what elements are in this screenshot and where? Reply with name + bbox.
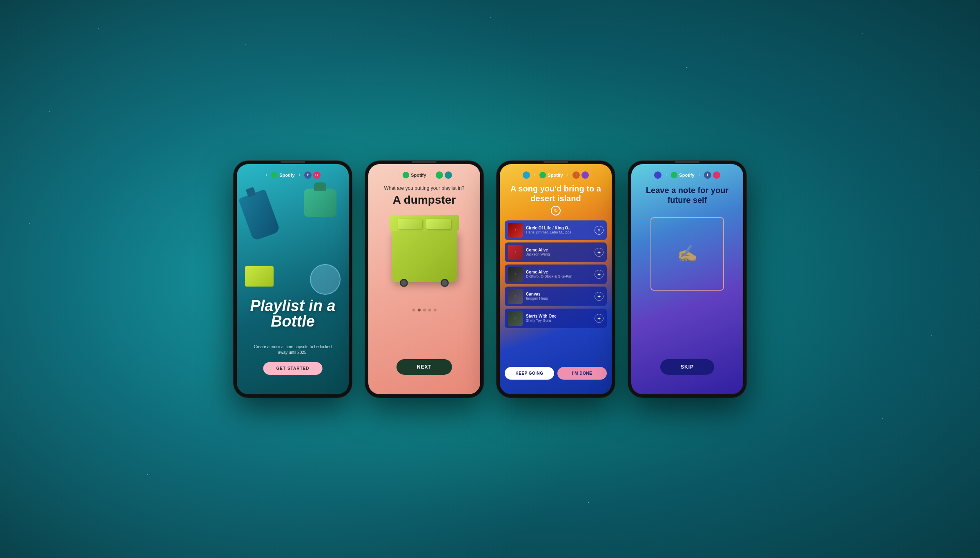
refresh-icon[interactable]: ↻: [551, 206, 561, 216]
song-add-5[interactable]: +: [595, 314, 604, 323]
spotify-icon-4: [671, 172, 677, 178]
song-thumb-3: ♪: [508, 267, 523, 282]
dot-1[interactable]: [412, 309, 415, 311]
song-thumb-2: ♪: [508, 245, 523, 260]
phone-1-spotify-logo: Spotify: [271, 172, 294, 178]
im-done-button[interactable]: I'M DONE: [557, 367, 607, 380]
phone-2: + Spotify + What are you putting your pl…: [365, 161, 483, 398]
dumpster-visual: [383, 215, 465, 296]
phone-1: + Spotify + f ◻: [234, 161, 352, 398]
song-name-4: Canvas: [526, 292, 591, 296]
phone-3-title-text: A song you'd bring to a desert island: [510, 184, 601, 203]
dot-2[interactable]: [418, 309, 421, 311]
dumpster-body: [392, 229, 457, 282]
song-info-5: Starts With One Shiny Toy Guns: [526, 314, 591, 322]
song-item-3[interactable]: ♪ Come Alive D-Sturb, D-Block & S-te-Fan…: [505, 265, 607, 284]
song-add-3[interactable]: +: [595, 270, 604, 279]
song-item-1[interactable]: ♪ Circle Of Life / King O... Hans Zimmer…: [505, 220, 607, 240]
phone-2-header: + Spotify +: [368, 164, 480, 182]
phone-1-social-icons: f ◻: [304, 171, 321, 179]
dumpster-lid-left: [398, 219, 422, 229]
phone-2-background: + Spotify + What are you putting your pl…: [368, 164, 480, 394]
phone-4-header: + Spotify + f: [631, 164, 743, 182]
get-started-button[interactable]: GET STARTED: [263, 362, 323, 375]
cooker-object: [304, 189, 336, 217]
dot-5[interactable]: [434, 309, 437, 311]
phone-4-title-text: Leave a note for your future self: [646, 186, 728, 205]
keep-going-button[interactable]: KEEP GOING: [505, 367, 554, 380]
spotify-label-3: Spotify: [548, 173, 563, 178]
phone-3: + Spotify + i A song you'd bring to a de…: [497, 161, 615, 398]
instagram-icon-4: [713, 171, 720, 179]
song-item-2[interactable]: ♪ Come Alive Jackson Wang +: [505, 242, 607, 262]
phone-2-plus-icon-2: +: [430, 172, 432, 178]
facebook-icon-1: f: [304, 171, 312, 179]
song-name-2: Come Alive: [526, 248, 591, 252]
phone-4-title: Leave a note for your future self: [631, 185, 743, 205]
song-info-2: Come Alive Jackson Wang: [526, 248, 591, 256]
icon-green-2: [436, 171, 443, 179]
icon-menu-3: [581, 171, 589, 179]
phone-4-background: + Spotify + f Leave a note for your futu…: [631, 164, 743, 394]
song-name-5: Starts With One: [526, 314, 591, 318]
phone-3-notch: [543, 161, 568, 163]
song-artist-1: Hans Zimmer, Lebo M., Zoe ...: [526, 230, 591, 234]
phone-2-social-icons: [436, 171, 452, 179]
instagram-icon-1: ◻: [313, 171, 321, 179]
dumpster-wheel-right: [441, 279, 449, 287]
phone-3-spotify-logo: Spotify: [539, 172, 563, 178]
pencil-icon: ✍: [677, 244, 697, 263]
song-name-1: Circle Of Life / King O...: [526, 226, 591, 230]
song-list: ♪ Circle Of Life / King O... Hans Zimmer…: [500, 220, 612, 328]
phone-3-plus-icon-2: +: [566, 172, 569, 178]
phone-3-social-icons: i: [572, 171, 589, 179]
dot-4[interactable]: [428, 309, 431, 311]
phone-3-title: A song you'd bring to a desert island: [500, 184, 612, 203]
phone-2-plus-icon: +: [396, 172, 399, 178]
phone-1-plus-icon: +: [265, 172, 268, 178]
phone-3-header: + Spotify + i: [500, 164, 612, 182]
song-add-2[interactable]: +: [595, 248, 604, 257]
pagination-dots: [412, 309, 437, 311]
phone-1-background: + Spotify + f ◻: [237, 164, 349, 394]
dot-3[interactable]: [423, 309, 426, 311]
phone-1-screen: + Spotify + f ◻: [237, 164, 349, 394]
facebook-icon-4: f: [704, 171, 711, 179]
back-icon-3[interactable]: [523, 171, 530, 179]
phone-2-answer: A dumpster: [386, 193, 463, 207]
spotify-icon-1: [271, 172, 278, 178]
spotify-icon-2: [403, 172, 409, 178]
icon-info-3: i: [572, 171, 580, 179]
phone-2-notch: [412, 161, 437, 163]
spotify-icon-3: [539, 172, 546, 178]
phone-1-header: + Spotify + f ◻: [237, 164, 349, 182]
back-icon-4[interactable]: [654, 171, 662, 179]
next-button[interactable]: NEXT: [396, 359, 452, 375]
phone-1-subtitle: Create a musical time capsule to be lock…: [237, 344, 349, 356]
phone-3-buttons: KEEP GOING I'M DONE: [505, 367, 607, 380]
song-thumb-4: ♪: [508, 289, 523, 304]
phones-container: + Spotify + f ◻: [234, 161, 746, 398]
song-add-4[interactable]: +: [595, 292, 604, 301]
song-item-5[interactable]: ♪ Starts With One Shiny Toy Guns +: [505, 309, 607, 328]
dumpster-lid: [390, 215, 459, 231]
phone-4: + Spotify + f Leave a note for your futu…: [628, 161, 746, 398]
phone-4-plus-icon-2: +: [698, 172, 701, 178]
song-item-4[interactable]: ♪ Canvas Imogen Heap +: [505, 287, 607, 306]
note-input-box[interactable]: ✍: [650, 217, 724, 291]
phone-1-title-text: Playlist in a Bottle: [243, 298, 342, 329]
song-thumb-1: ♪: [508, 223, 523, 238]
song-thumb-5: ♪: [508, 311, 523, 326]
phone-3-plus-icon: +: [533, 172, 536, 178]
song-remove-1[interactable]: ×: [595, 226, 604, 235]
song-info-3: Come Alive D-Sturb, D-Block & S-te-Fan: [526, 270, 591, 278]
spotify-label-1: Spotify: [279, 173, 294, 178]
song-artist-3: D-Sturb, D-Block & S-te-Fan: [526, 274, 591, 278]
phone-4-screen: + Spotify + f Leave a note for your futu…: [631, 164, 743, 394]
skip-button[interactable]: SKIP: [660, 359, 714, 375]
box-object: [245, 266, 274, 287]
robot-object: [310, 264, 341, 295]
song-info-1: Circle Of Life / King O... Hans Zimmer, …: [526, 226, 591, 234]
phone-1-notch: [281, 161, 305, 163]
phone-2-screen: + Spotify + What are you putting your pl…: [368, 164, 480, 394]
